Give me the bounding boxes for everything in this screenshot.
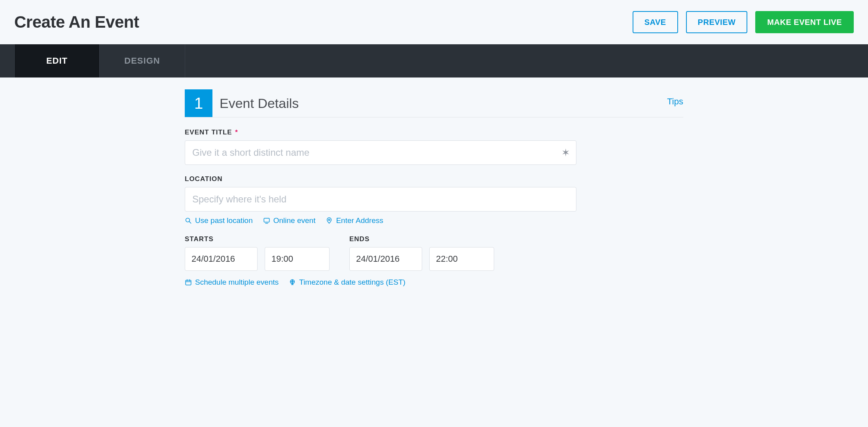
use-past-location-link[interactable]: Use past location — [185, 216, 253, 225]
timezone-settings-link[interactable]: Timezone & date settings (EST) — [289, 278, 406, 287]
enter-address-link[interactable]: Enter Address — [326, 216, 383, 225]
calendar-icon — [185, 279, 192, 286]
event-title-input[interactable] — [185, 140, 576, 165]
tab-edit[interactable]: EDIT — [14, 44, 100, 77]
content-area: 1 Event Details Tips EVENT TITLE * ✶ LOC… — [185, 77, 683, 313]
svg-point-4 — [329, 219, 330, 221]
field-event-title: EVENT TITLE * ✶ — [185, 128, 683, 165]
map-pin-icon — [326, 217, 333, 224]
tabs-bar: EDIT DESIGN — [0, 44, 868, 77]
online-event-label: Online event — [273, 216, 316, 225]
required-asterisk: * — [235, 128, 238, 136]
search-icon — [185, 217, 192, 224]
svg-line-1 — [189, 221, 191, 223]
header-actions: SAVE PREVIEW MAKE EVENT LIVE — [633, 11, 854, 33]
tab-edit-label: EDIT — [46, 56, 68, 66]
save-button[interactable]: SAVE — [633, 11, 678, 33]
location-link-row: Use past location Online event Enter Add… — [185, 216, 683, 225]
event-title-label: EVENT TITLE * — [185, 128, 683, 136]
use-past-location-label: Use past location — [195, 216, 253, 225]
starts-column: STARTS — [185, 235, 330, 271]
page-header: Create An Event SAVE PREVIEW MAKE EVENT … — [0, 0, 868, 44]
page-title: Create An Event — [14, 13, 139, 32]
location-input[interactable] — [185, 187, 576, 212]
preview-button[interactable]: PREVIEW — [686, 11, 748, 33]
schedule-multiple-label: Schedule multiple events — [195, 278, 279, 287]
field-start-end: STARTS ENDS — [185, 235, 683, 287]
start-time-input[interactable] — [265, 247, 330, 271]
globe-icon — [289, 279, 296, 286]
make-event-live-button[interactable]: MAKE EVENT LIVE — [755, 11, 854, 33]
datetime-link-row: Schedule multiple events Timezone & date… — [185, 278, 683, 287]
svg-rect-2 — [264, 218, 269, 222]
timezone-settings-label: Timezone & date settings (EST) — [299, 278, 406, 287]
tab-design[interactable]: DESIGN — [100, 44, 185, 77]
online-event-link[interactable]: Online event — [263, 216, 316, 225]
svg-rect-5 — [186, 280, 191, 285]
schedule-multiple-link[interactable]: Schedule multiple events — [185, 278, 279, 287]
monitor-icon — [263, 217, 270, 224]
enter-address-label: Enter Address — [336, 216, 383, 225]
starts-label: STARTS — [185, 235, 330, 243]
tab-design-label: DESIGN — [124, 56, 160, 66]
end-date-input[interactable] — [349, 247, 422, 271]
tips-link[interactable]: Tips — [667, 96, 683, 107]
event-title-label-text: EVENT TITLE — [185, 128, 232, 136]
ends-column: ENDS — [349, 235, 494, 271]
section-header: 1 Event Details Tips — [185, 89, 683, 117]
section-number-badge: 1 — [185, 89, 212, 117]
location-label: LOCATION — [185, 175, 683, 183]
ends-label: ENDS — [349, 235, 494, 243]
field-location: LOCATION Use past location Online event — [185, 175, 683, 225]
section-title: Event Details — [220, 96, 299, 111]
start-date-input[interactable] — [185, 247, 258, 271]
end-time-input[interactable] — [429, 247, 494, 271]
